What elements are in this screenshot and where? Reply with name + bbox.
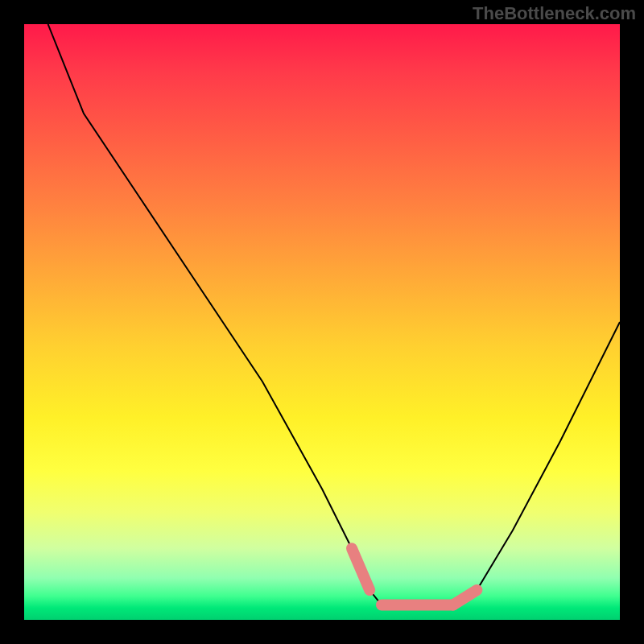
chart-plot-area	[24, 24, 620, 620]
chart-highlight-group	[352, 548, 477, 605]
watermark-text: TheBottleneck.com	[473, 3, 636, 24]
chart-curve-svg	[24, 24, 620, 620]
chart-main-curve	[48, 24, 620, 608]
chart-highlight-segment	[352, 548, 369, 590]
chart-highlight-segment	[453, 590, 477, 605]
